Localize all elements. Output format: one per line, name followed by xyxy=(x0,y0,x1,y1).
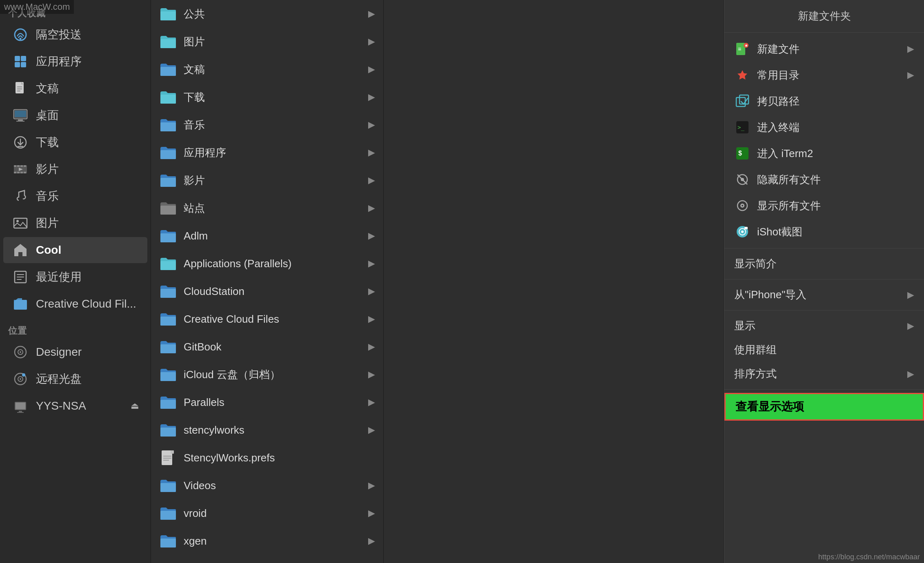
ctx-item-import-iphone[interactable]: 从"iPhone"导入 ▶ xyxy=(724,283,924,307)
sidebar-item-music-label: 音乐 xyxy=(36,188,59,204)
ctx-label-show-info: 显示简介 xyxy=(734,257,914,271)
file-item-applications-parallels[interactable]: Applications (Parallels) ▶ xyxy=(151,250,383,277)
sidebar-item-cool[interactable]: Cool xyxy=(3,237,147,263)
sidebar-item-movies[interactable]: 影片 xyxy=(3,156,147,182)
file-item-xiazai[interactable]: 下载 ▶ xyxy=(151,83,383,111)
ctx-item-sort-by[interactable]: 排序方式 ▶ xyxy=(724,362,924,386)
file-item-yingpian[interactable]: 影片 ▶ xyxy=(151,166,383,194)
file-item-tupian[interactable]: 图片 ▶ xyxy=(151,28,383,55)
svg-rect-23 xyxy=(14,172,16,173)
file-arrow-adlm: ▶ xyxy=(368,231,375,241)
sidebar-item-apps[interactable]: 应用程序 xyxy=(3,49,147,75)
svg-rect-49 xyxy=(160,178,176,187)
sidebar-item-recent-label: 最近使用 xyxy=(36,269,82,285)
ctx-label-import-iphone: 从"iPhone"导入 xyxy=(734,288,907,302)
svg-rect-44 xyxy=(160,39,176,48)
ctx-item-display[interactable]: 显示 ▶ xyxy=(724,314,924,338)
svg-rect-22 xyxy=(24,165,26,167)
file-item-xgen[interactable]: xgen ▶ xyxy=(151,527,383,555)
file-item-creative-cloud-files[interactable]: Creative Cloud Files ▶ xyxy=(151,305,383,333)
location-label: 位置 xyxy=(0,321,151,339)
file-arrow-vroid: ▶ xyxy=(368,508,375,519)
file-name-creative-cloud-files: Creative Cloud Files xyxy=(184,313,368,326)
svg-point-34 xyxy=(20,351,21,353)
file-name-adlm: Adlm xyxy=(184,230,368,242)
ctx-header-new-folder[interactable]: 新建文件夹 xyxy=(724,3,924,29)
svg-point-38 xyxy=(22,373,25,377)
file-arrow-applications-parallels: ▶ xyxy=(368,258,375,269)
ctx-item-view-options[interactable]: 查看显示选项 xyxy=(724,393,924,421)
file-item-wengao[interactable]: 文稿 ▶ xyxy=(151,55,383,83)
ctx-item-show-info[interactable]: 显示简介 xyxy=(724,252,924,276)
ctx-item-new-file[interactable]: ≡ ★ 新建文件 ▶ xyxy=(724,36,924,62)
folder-vroid-icon xyxy=(159,505,177,521)
file-item-icloud[interactable]: iCloud 云盘（归档） ▶ xyxy=(151,361,383,388)
sidebar-item-documents-label: 文稿 xyxy=(36,81,59,96)
sidebar-item-ccf-label: Creative Cloud Fil... xyxy=(36,297,136,310)
file-name-cloudstation: CloudStation xyxy=(184,285,368,298)
svg-rect-31 xyxy=(14,300,27,310)
file-item-yinyue[interactable]: 音乐 ▶ xyxy=(151,111,383,139)
ctx-arrow-new-file: ▶ xyxy=(907,44,914,54)
cool-icon xyxy=(11,241,29,259)
file-item-stencylworks-prefs[interactable]: StencylWorks.prefs xyxy=(151,444,383,472)
file-name-videos: Videos xyxy=(184,479,368,492)
svg-rect-5 xyxy=(21,62,26,67)
svg-rect-50 xyxy=(160,206,176,215)
file-item-parallels[interactable]: Parallels ▶ xyxy=(151,388,383,416)
file-item-gitbook[interactable]: GitBook ▶ xyxy=(151,333,383,361)
sidebar-item-music[interactable]: 音乐 xyxy=(3,183,147,209)
favorites-icon xyxy=(734,67,751,83)
file-arrow-xgen: ▶ xyxy=(368,536,375,546)
folder-creative-cloud-files-icon xyxy=(159,311,177,327)
ctx-label-new-file: 新建文件 xyxy=(757,42,907,56)
svg-rect-28 xyxy=(14,218,27,228)
file-item-adlm[interactable]: Adlm ▶ xyxy=(151,222,383,250)
file-arrow-yingpian: ▶ xyxy=(368,175,375,186)
file-item-gongong[interactable]: 公共 ▶ xyxy=(151,0,383,28)
ctx-item-ishot[interactable]: iShot截图 xyxy=(724,219,924,245)
eject-icon[interactable]: ⏏ xyxy=(131,401,139,411)
desktop-icon xyxy=(11,106,29,124)
ctx-item-show-files[interactable]: 显示所有文件 xyxy=(724,193,924,219)
folder-zhantian-icon xyxy=(159,200,177,216)
file-item-vroid[interactable]: vroid ▶ xyxy=(151,499,383,527)
file-item-stencylworks[interactable]: stencylworks ▶ xyxy=(151,416,383,444)
sidebar-item-remote-disc[interactable]: 远程光盘 xyxy=(3,366,147,392)
music-icon xyxy=(11,187,29,205)
svg-rect-55 xyxy=(160,344,176,353)
sidebar-item-designer[interactable]: Designer xyxy=(3,339,147,365)
folder-tupian-icon xyxy=(159,33,177,50)
ctx-item-favorites[interactable]: 常用目录 ▶ xyxy=(724,62,924,88)
hide-files-icon xyxy=(734,171,751,188)
folder-yinyue-icon xyxy=(159,117,177,133)
file-item-cloudstation[interactable]: CloudStation ▶ xyxy=(151,277,383,305)
iterm2-icon: $ xyxy=(734,145,751,162)
svg-rect-46 xyxy=(160,95,176,104)
sidebar-item-recent[interactable]: 最近使用 xyxy=(3,264,147,290)
sidebar-item-airdrop[interactable]: 隔空投送 xyxy=(3,22,147,48)
yys-nsa-icon xyxy=(11,397,29,415)
sidebar-item-ccf[interactable]: Creative Cloud Fil... xyxy=(3,291,147,317)
ctx-item-terminal[interactable]: >_ 进入终端 xyxy=(724,114,924,140)
ctx-section-view-options: 查看显示选项 xyxy=(724,390,924,424)
sidebar-item-desktop[interactable]: 桌面 xyxy=(3,102,147,129)
ctx-item-iterm2[interactable]: $ 进入 iTerm2 xyxy=(724,140,924,166)
sidebar-item-documents[interactable]: 文稿 xyxy=(3,75,147,102)
ctx-item-hide-files[interactable]: 隐藏所有文件 xyxy=(724,166,924,193)
file-arrow-zhantian: ▶ xyxy=(368,203,375,213)
svg-rect-42 xyxy=(17,412,24,413)
sidebar-item-yys-nsa[interactable]: YYS-NSA ⏏ xyxy=(3,393,147,419)
svg-text:$: $ xyxy=(738,150,742,157)
file-item-videos[interactable]: Videos ▶ xyxy=(151,472,383,499)
sidebar-item-downloads[interactable]: 下载 xyxy=(3,129,147,155)
file-item-zhantian[interactable]: 站点 ▶ xyxy=(151,194,383,222)
sidebar-item-pictures-label: 图片 xyxy=(36,215,59,231)
file-item-yingyong[interactable]: 应用程序 ▶ xyxy=(151,139,383,166)
ctx-item-copy-path[interactable]: 拷贝路径 xyxy=(724,88,924,114)
sidebar-item-pictures[interactable]: 图片 xyxy=(3,210,147,236)
sidebar-item-remote-disc-label: 远程光盘 xyxy=(36,371,82,387)
designer-icon xyxy=(11,343,29,361)
ctx-item-use-groups[interactable]: 使用群组 xyxy=(724,338,924,362)
file-arrow-videos: ▶ xyxy=(368,480,375,491)
